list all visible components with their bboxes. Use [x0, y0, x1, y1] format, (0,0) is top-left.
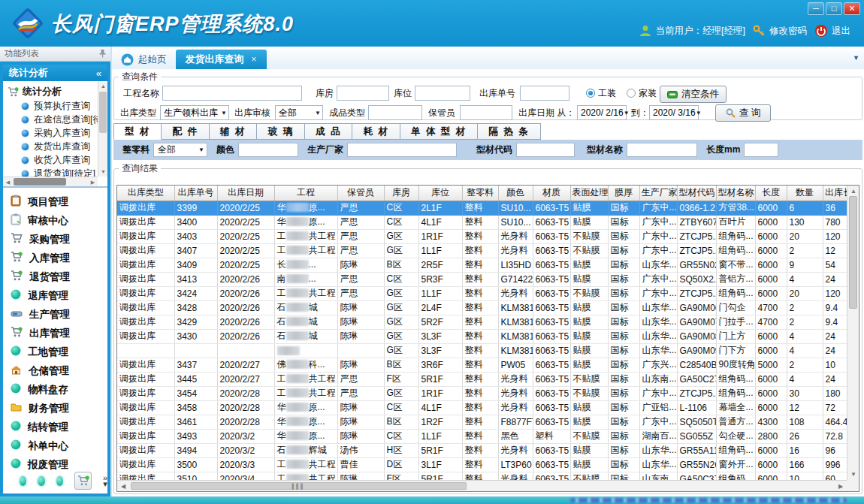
sphere-icon[interactable]	[56, 476, 63, 486]
tab-home[interactable]: 起始页	[112, 50, 176, 69]
search-button[interactable]: 查 询	[715, 104, 771, 122]
column-header[interactable]: 型材名称	[716, 186, 755, 201]
whole-part-select[interactable]: 全部▼	[153, 143, 207, 157]
tree-item[interactable]: 收货入库查询	[8, 153, 98, 167]
column-header[interactable]: 数量	[787, 186, 823, 201]
material-tab[interactable]: 单 体 型 材	[400, 123, 478, 140]
material-tab[interactable]: 成 品	[305, 123, 352, 140]
tab-shipping-outbound-query[interactable]: 发货出库查询 ×	[176, 50, 267, 69]
table-row[interactable]: 调拨出库33992020/2/25华原...严思C区2L1F整料SU10...6…	[117, 201, 847, 215]
column-header[interactable]: 出库长度	[823, 186, 847, 201]
column-header[interactable]: 表面处理	[570, 186, 608, 201]
column-header[interactable]: 保管员	[337, 186, 384, 201]
keeper-input[interactable]	[460, 105, 512, 120]
table-row[interactable]: 调拨出库34372020/2/27佛科...陈琳B区3R6F整料PW056063…	[117, 358, 847, 372]
table-row[interactable]: 调拨出库34282020/2/26石城陈琳G区2L4F整料KLM38176063…	[117, 300, 847, 315]
sidebar-menu-item[interactable]: 工地管理	[3, 343, 107, 361]
sidebar-menu-item[interactable]: 生产管理	[3, 305, 107, 324]
sidebar-menu-item[interactable]: 入库管理	[3, 249, 107, 267]
column-header[interactable]: 库房	[384, 186, 418, 201]
tree-horizontal-scrollbar[interactable]: ◀▶	[3, 177, 98, 186]
material-tab[interactable]: 玻 璃	[257, 123, 304, 140]
table-row[interactable]: 调拨出库34072020/2/25工共工程严思G区1L1F整料光身料6063-T…	[117, 243, 847, 258]
table-row[interactable]: 调拨出库34582020/2/28华原...陈琳C区4L1F整料光身料6063-…	[117, 400, 847, 415]
sidebar-menu-item[interactable]: 退货管理	[3, 267, 107, 286]
location-input[interactable]	[415, 86, 470, 101]
tree-root-statistics[interactable]: 统计分析	[8, 84, 98, 99]
grid-horizontal-scrollbar[interactable]: ◀▶ ▌▌▌	[117, 480, 847, 491]
table-row[interactable]: 调拨出库34092020/2/25长...陈琳B区2R5F整料LI35HD606…	[117, 258, 847, 272]
outbound-order-no-input[interactable]	[520, 86, 569, 101]
tree-vertical-scrollbar[interactable]: ▲▼	[98, 81, 107, 177]
table-row[interactable]: G区3L3F整料KLM38176063-T5贴膜国标山东华...GA90M09.…	[117, 343, 847, 358]
pin-icon[interactable]	[99, 50, 106, 58]
sidebar-menu-item[interactable]: 补单中心	[3, 436, 107, 455]
sidebar-menu-item[interactable]: 出库管理	[3, 324, 107, 343]
sidebar-menu-item[interactable]: 结转管理	[3, 418, 107, 436]
sidebar-menu-item[interactable]: 物料盘存	[3, 380, 107, 399]
column-header[interactable]: 出库类型	[117, 186, 174, 201]
order-kind-radio[interactable]: 家装	[627, 87, 657, 100]
column-header[interactable]: 颜色	[498, 186, 533, 201]
tab-list-caret-icon[interactable]: ▼	[853, 54, 859, 62]
grid-vertical-scrollbar[interactable]: ▲▼	[847, 186, 859, 480]
tree-item[interactable]: 在途信息查询[待	[8, 113, 98, 126]
profile-name-input[interactable]	[627, 143, 697, 157]
length-input[interactable]	[744, 143, 778, 157]
material-tab[interactable]: 耗 材	[352, 123, 400, 140]
maximize-button[interactable]: □	[826, 2, 842, 15]
close-button[interactable]: ✕	[844, 2, 860, 15]
column-header[interactable]: 库位	[418, 186, 462, 201]
column-header[interactable]: 生产厂家	[639, 186, 677, 201]
project-name-input[interactable]	[162, 86, 302, 101]
clear-conditions-button[interactable]: 清空条件	[660, 86, 727, 103]
table-row[interactable]: 调拨出库34292020/2/26石城陈琳G区5R2F整料KLM38176063…	[117, 315, 847, 329]
column-header[interactable]: 型材代码	[677, 186, 716, 201]
sidebar-menu-item[interactable]: 退库管理	[3, 286, 107, 305]
table-row[interactable]: 调拨出库34942020/3/2石辉城汤伟H区5R1F整料光身料6063-T5贴…	[117, 443, 847, 457]
material-tab[interactable]: 辅 材	[210, 123, 257, 140]
order-kind-radio[interactable]: 工装	[586, 87, 616, 100]
table-row[interactable]: 调拨出库34452020/2/27工共工程严思F区5R1F整料光身料6063-T…	[117, 372, 847, 386]
collapse-icon[interactable]: «	[96, 68, 101, 79]
material-tab[interactable]: 型 材	[113, 123, 162, 140]
tab-close-icon[interactable]: ×	[252, 54, 257, 65]
sidebar-menu-item[interactable]: 项目管理	[3, 192, 107, 211]
material-tab[interactable]: 隔 热 条	[478, 123, 540, 140]
sidebar-group-header[interactable]: 统计分析 «	[3, 65, 107, 81]
column-header[interactable]: 出库日期	[217, 186, 274, 201]
color-input[interactable]	[238, 143, 298, 157]
minimize-button[interactable]: ─	[808, 2, 824, 15]
sidebar-menu-item[interactable]: 仓储管理	[3, 361, 107, 380]
audit-status-select[interactable]: 全部▼	[275, 105, 323, 120]
tree-item[interactable]: 发货出库查询	[8, 140, 98, 153]
column-header[interactable]: 长度	[755, 186, 787, 201]
sidebar-menu-item[interactable]: 财务管理	[3, 399, 107, 418]
column-header[interactable]: 材质	[533, 186, 570, 201]
warehouse-input[interactable]	[337, 86, 389, 101]
product-type-input[interactable]	[368, 105, 422, 120]
table-row[interactable]: 调拨出库34302020/2/26石城陈琳G区3L3F整料KLM38176063…	[117, 329, 847, 343]
table-row[interactable]: 调拨出库34242020/2/26工共工程严思G区1L1F整料光身料6063-T…	[117, 286, 847, 300]
logout-button[interactable]: 退出	[814, 24, 850, 38]
table-row[interactable]: 调拨出库34032020/2/25工共工程严思G区1R1F整料光身料6063-T…	[117, 229, 847, 243]
sidebar-menu-item[interactable]: 采购管理	[3, 230, 107, 249]
date-from-select[interactable]: 2020/ 2/16▼	[577, 105, 627, 120]
table-row[interactable]: 调拨出库35002020/3/3工共工程曹佳D区3L1F整料LT3P606063…	[117, 457, 847, 472]
tree-item[interactable]: 采购入库查询	[8, 126, 98, 140]
material-tab[interactable]: 配 件	[162, 123, 209, 140]
table-row[interactable]: 调拨出库34932020/3/2华原...陈琳C区1L1F整料黑色塑料不贴膜国标…	[117, 429, 847, 443]
change-password-button[interactable]: 修改密码	[753, 25, 807, 38]
table-row[interactable]: 调拨出库35102020/3/4工共工程陈琳F区5R1F整料光身料6063-T5…	[117, 472, 847, 480]
table-row[interactable]: 调拨出库34132020/2/26南...严思C区5R3F整料G71422606…	[117, 272, 847, 286]
sidebar-menu-item[interactable]: 审核中心	[3, 211, 107, 230]
profile-code-input[interactable]	[516, 143, 575, 157]
manufacturer-input[interactable]	[347, 143, 457, 157]
table-row[interactable]: 调拨出库34002020/2/25华原...严思C区4L1F整料SU10...6…	[117, 215, 847, 229]
column-header[interactable]: 工程	[274, 186, 337, 201]
sphere-icon[interactable]	[38, 476, 44, 486]
column-header[interactable]: 出库单号	[174, 186, 217, 201]
tree-item[interactable]: 退货查询[待定]	[8, 167, 98, 177]
cart-shortcut-button[interactable]	[74, 472, 91, 490]
table-row[interactable]: 调拨出库34542020/2/28工共工程严思G区1R1F整料光身料6063-T…	[117, 386, 847, 400]
